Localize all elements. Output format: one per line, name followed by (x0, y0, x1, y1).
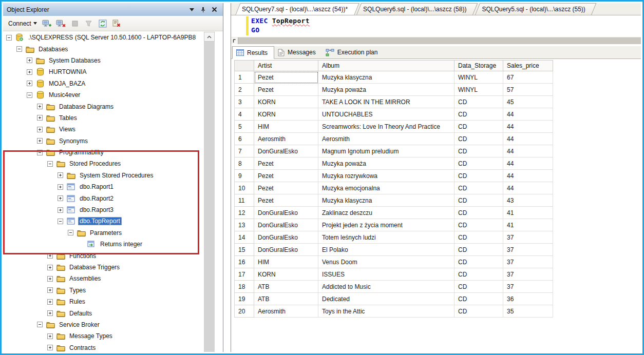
code-line-1[interactable]: EXEC TopReport (251, 17, 310, 25)
scrollbar-thumb[interactable] (204, 42, 215, 352)
row-number[interactable]: 16 (235, 256, 254, 268)
tree-item-synonyms[interactable]: Synonyms (3, 135, 223, 147)
grid-cell[interactable]: Pezet (254, 157, 318, 170)
tree-item-database-triggers[interactable]: Database Triggers (3, 262, 223, 273)
expand-icon[interactable] (58, 207, 63, 213)
grid-cell[interactable]: 37 (503, 268, 553, 281)
tree-item-sqlexpress-sql-server-10-50-1600-laptop-6a9pb8[interactable]: .\SQLEXPRESS (SQL Server 10.50.1600 - LA… (3, 32, 223, 43)
grid-cell[interactable]: Pezet (254, 71, 318, 84)
grid-cell[interactable]: Aerosmith (254, 133, 318, 145)
grid-cell[interactable]: CD (454, 268, 503, 281)
grid-cell[interactable]: DonGuralEsko (254, 231, 318, 244)
grid-cell[interactable]: 44 (503, 121, 553, 133)
tree-item-moja-baza[interactable]: MOJA_BAZA (3, 78, 223, 89)
tree-item-defaults[interactable]: Defaults (3, 307, 223, 319)
tab-results[interactable]: Results (232, 46, 274, 59)
grid-cell[interactable]: Muzyka klasyczna (318, 71, 454, 84)
grid-cell[interactable]: Zaklinacz deszczu (318, 207, 454, 219)
grid-cell[interactable]: CD (454, 293, 503, 305)
grid-cell[interactable]: 37 (503, 244, 553, 256)
close-panel-button[interactable] (209, 5, 219, 14)
tree-item-tables[interactable]: Tables (3, 112, 223, 124)
expand-icon[interactable] (27, 57, 32, 63)
row-number[interactable]: 12 (235, 207, 254, 219)
grid-cell[interactable]: Aerosmith (318, 133, 454, 145)
grid-cell[interactable]: 44 (503, 108, 553, 121)
grid-cell[interactable]: Toys in the Attic (318, 305, 454, 318)
expand-icon[interactable] (47, 253, 53, 259)
grid-cell[interactable]: Muzyka klasyczna (318, 194, 454, 207)
row-number[interactable]: 1 (235, 71, 254, 84)
grid-cell[interactable]: 37 (503, 231, 553, 244)
grid-cell[interactable]: CD (454, 244, 503, 256)
expand-icon[interactable] (47, 265, 53, 270)
grid-cell[interactable]: Muzyka poważa (318, 84, 454, 96)
grid-cell[interactable]: Aerosmith (254, 305, 318, 318)
column-header-artist[interactable]: Artist (254, 61, 318, 71)
collapse-icon[interactable] (6, 35, 12, 41)
expand-icon[interactable] (58, 195, 63, 201)
row-number[interactable]: 4 (235, 108, 254, 121)
tree-item-types[interactable]: Types (3, 285, 223, 296)
scrollbar-up-button[interactable] (204, 32, 215, 42)
collapse-icon[interactable] (68, 230, 73, 235)
row-number[interactable]: 3 (235, 96, 254, 108)
grid-cell[interactable]: 41 (503, 207, 553, 219)
grid-cell[interactable]: Dedicated (318, 293, 454, 305)
grid-cell[interactable]: HIM (254, 121, 318, 133)
grid-cell[interactable]: 44 (503, 145, 553, 157)
grid-cell[interactable]: CD (454, 256, 503, 268)
row-number[interactable]: 6 (235, 133, 254, 145)
expand-icon[interactable] (27, 81, 32, 86)
row-number[interactable]: 18 (235, 281, 254, 293)
grid-cell[interactable]: 44 (503, 133, 553, 145)
expand-icon[interactable] (47, 345, 53, 350)
expand-icon[interactable] (37, 104, 43, 109)
grid-corner-header[interactable] (235, 61, 254, 71)
column-header-data-storage[interactable]: Data_Storage (454, 61, 503, 71)
collapse-icon[interactable] (37, 150, 43, 155)
grid-cell[interactable]: 44 (503, 182, 553, 194)
column-header-sales-price[interactable]: Sales_price (503, 61, 553, 71)
tree-item-music4ever[interactable]: Music4ever (3, 89, 223, 101)
grid-cell[interactable]: CD (454, 231, 503, 244)
grid-cell[interactable]: CD (454, 96, 503, 108)
grid-cell[interactable]: HIM (254, 256, 318, 268)
grid-cell[interactable]: TAKE A LOOK IN THE MIRROR (318, 96, 454, 108)
tree-item-service-broker[interactable]: Service Broker (3, 319, 223, 330)
grid-cell[interactable]: KORN (254, 96, 318, 108)
grid-cell[interactable]: 67 (503, 71, 553, 84)
grid-cell[interactable]: WINYL (454, 84, 503, 96)
expand-icon[interactable] (47, 287, 53, 293)
expand-icon[interactable] (58, 184, 63, 190)
tree-item-parameters[interactable]: Parameters (3, 227, 223, 239)
script-error-button[interactable] (111, 18, 122, 29)
grid-cell[interactable]: Addicted to Music (318, 281, 454, 293)
grid-cell[interactable]: 37 (503, 256, 553, 268)
grid-cell[interactable]: 35 (503, 305, 553, 318)
editor-tab-3[interactable]: SQLQuery5.sql - (local)\...\aszcz (55)) (475, 3, 592, 15)
tree-item-dbo-topreport[interactable]: dbo.TopReport (3, 215, 223, 227)
editor-horizontal-scrollbar[interactable] (231, 37, 641, 44)
tree-item-system-databases[interactable]: System Databases (3, 55, 223, 66)
grid-cell[interactable]: Pezet (254, 84, 318, 96)
grid-cell[interactable]: KORN (254, 108, 318, 121)
grid-cell[interactable]: DonGuralEsko (254, 145, 318, 157)
editor-tab-1[interactable]: SQLQuery7.sql - (local)\...\aszcz (54))* (235, 3, 354, 15)
query-editor[interactable]: EXEC TopReport GO (231, 15, 641, 37)
grid-cell[interactable]: Muzyka emocjonalna (318, 182, 454, 194)
grid-cell[interactable]: ATB (254, 281, 318, 293)
row-number[interactable]: 17 (235, 268, 254, 281)
row-number[interactable]: 19 (235, 293, 254, 305)
expand-icon[interactable] (37, 115, 43, 121)
grid-cell[interactable]: CD (454, 108, 503, 121)
expand-icon[interactable] (58, 172, 63, 178)
row-number[interactable]: 14 (235, 231, 254, 244)
row-number[interactable]: 10 (235, 182, 254, 194)
collapse-icon[interactable] (27, 92, 32, 98)
expand-icon[interactable] (47, 276, 53, 282)
grid-cell[interactable]: CD (454, 133, 503, 145)
panel-menu-button[interactable] (186, 5, 197, 14)
expand-icon[interactable] (27, 69, 32, 75)
grid-cell[interactable]: UNTOUCHABLES (318, 108, 454, 121)
